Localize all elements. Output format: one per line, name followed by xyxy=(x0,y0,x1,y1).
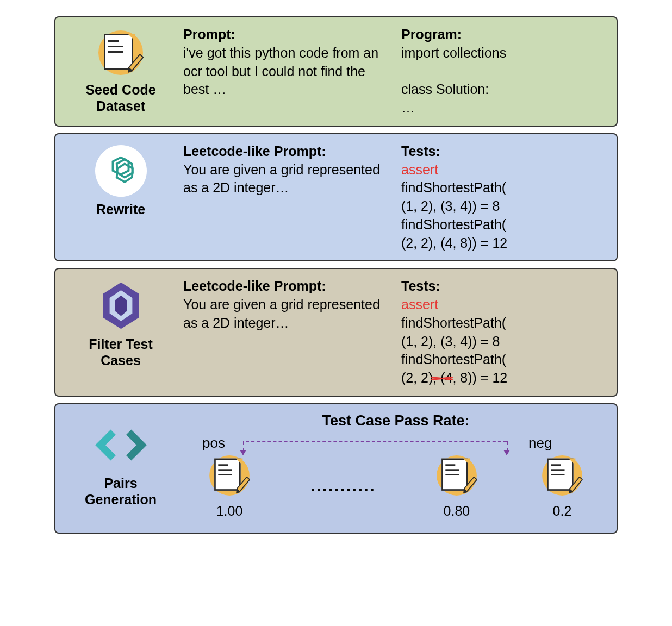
openai-icon xyxy=(95,145,147,197)
pairs-icon-col: Pairs Generation xyxy=(69,412,172,508)
filter-content: Leetcode-like Prompt: You are given a gr… xyxy=(172,277,603,387)
score: 0.2 xyxy=(553,503,572,519)
rewrite-panel: Rewrite Leetcode-like Prompt: You are gi… xyxy=(54,133,618,262)
assert-keyword: assert xyxy=(401,162,438,177)
program-line: … xyxy=(401,100,415,115)
test-line: (1, 2), (3, 4)) = 8 xyxy=(401,334,500,349)
program-line: class Solution: xyxy=(401,82,489,97)
score: 0.80 xyxy=(444,503,470,519)
test-line: (2, 2), (4, 8)) = 12 xyxy=(401,235,507,251)
document-pencil-icon xyxy=(434,453,478,497)
filter-panel: Filter Test Cases Leetcode-like Prompt: … xyxy=(54,268,618,397)
test-line: (1, 2), (3, 4)) = 8 xyxy=(401,198,500,214)
pairs-label: Pairs Generation xyxy=(85,475,157,508)
pairs-row: 1.00 ··········· 0.80 0.2 xyxy=(189,451,603,519)
filter-prompt-col: Leetcode-like Prompt: You are given a gr… xyxy=(183,277,385,387)
prompt-label: Prompt: xyxy=(183,27,235,42)
prompt-text: You are given a grid represented as a 2D… xyxy=(183,162,380,196)
document-pencil-icon xyxy=(96,28,145,77)
prompt-label: Leetcode-like Prompt: xyxy=(183,278,326,293)
prompt-label: Leetcode-like Prompt: xyxy=(183,143,326,159)
score: 1.00 xyxy=(216,503,243,519)
seed-icon-col: Seed Code Dataset xyxy=(69,26,172,114)
test-line: findShortestPath( xyxy=(401,315,506,330)
code-brackets-icon xyxy=(95,423,147,467)
rewrite-content: Leetcode-like Prompt: You are given a gr… xyxy=(172,142,603,253)
pairs-item-mid: 0.80 xyxy=(432,451,481,519)
neg-label: neg xyxy=(528,435,552,452)
filter-tests-col: Tests: assert findShortestPath( (1, 2), … xyxy=(401,277,603,387)
test-line: findShortestPath( xyxy=(401,217,506,232)
seed-prompt-col: Prompt: i've got this python code from a… xyxy=(183,26,385,117)
test-line: findShortestPath( xyxy=(401,180,506,195)
seed-content: Prompt: i've got this python code from a… xyxy=(172,26,603,117)
program-line: import collections xyxy=(401,45,506,60)
pairs-item-pos: 1.00 xyxy=(205,451,254,519)
prompt-text: You are given a grid represented as a 2D… xyxy=(183,297,380,330)
rewrite-label: Rewrite xyxy=(96,201,145,217)
crossed-test-line: (2, 2), (4, 8)) = 12 xyxy=(401,370,507,385)
seed-panel: Seed Code Dataset Prompt: i've got this … xyxy=(54,16,618,127)
pairs-panel: Pairs Generation Test Case Pass Rate: po… xyxy=(54,403,618,534)
star-hexagon-icon xyxy=(95,280,147,331)
rewrite-prompt-col: Leetcode-like Prompt: You are given a gr… xyxy=(183,142,385,253)
tests-label: Tests: xyxy=(401,143,440,159)
document-pencil-icon xyxy=(208,453,252,497)
assert-keyword: assert xyxy=(401,297,438,312)
ellipsis-dots: ··········· xyxy=(310,480,376,500)
pairs-content: Test Case Pass Rate: pos neg 1.00 ······… xyxy=(172,412,603,519)
prompt-text: i've got this python code from an ocr to… xyxy=(183,45,378,97)
pos-label: pos xyxy=(202,435,225,452)
dashed-arrow-line xyxy=(246,441,507,442)
seed-label: Seed Code Dataset xyxy=(85,82,155,114)
rewrite-icon-col: Rewrite xyxy=(69,142,172,217)
document-pencil-icon xyxy=(540,453,584,497)
pass-rate-title: Test Case Pass Rate: xyxy=(189,412,603,429)
filter-icon-col: Filter Test Cases xyxy=(69,277,172,368)
arrow-row: pos neg xyxy=(189,435,603,451)
program-label: Program: xyxy=(401,27,462,42)
pairs-item-neg: 0.2 xyxy=(538,451,587,519)
rewrite-tests-col: Tests: assert findShortestPath( (1, 2), … xyxy=(401,142,603,253)
seed-program-col: Program: import collections class Soluti… xyxy=(401,26,603,117)
filter-label: Filter Test Cases xyxy=(89,336,153,368)
test-line: findShortestPath( xyxy=(401,352,506,367)
tests-label: Tests: xyxy=(401,278,440,293)
